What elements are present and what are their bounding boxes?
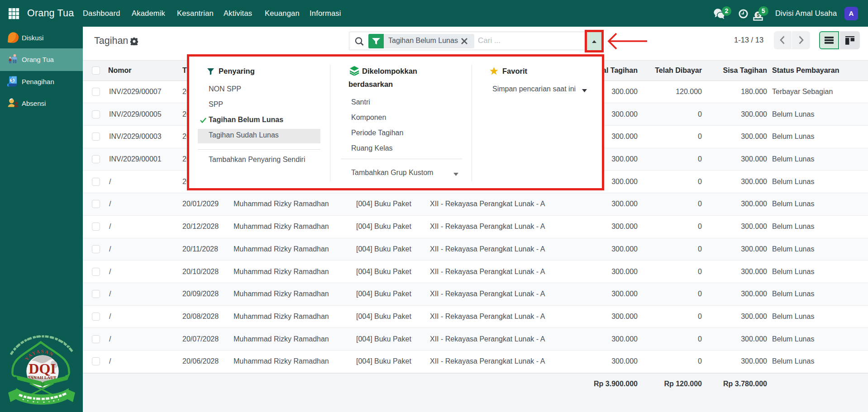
svg-text:DQI: DQI xyxy=(29,360,56,377)
svg-text:$: $ xyxy=(11,77,14,83)
